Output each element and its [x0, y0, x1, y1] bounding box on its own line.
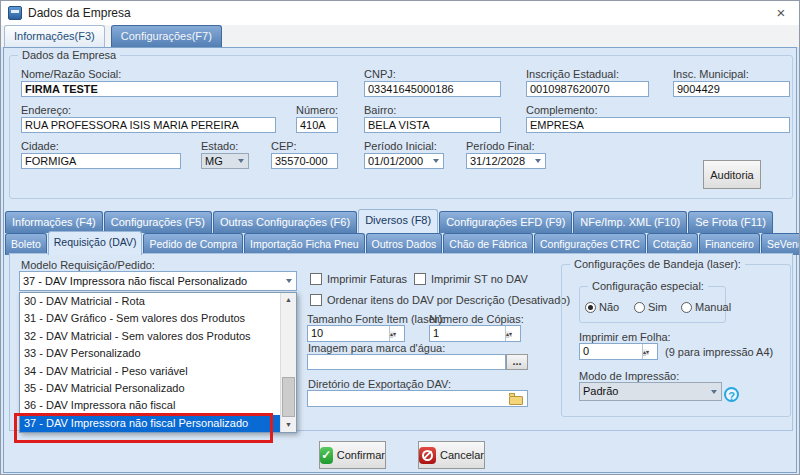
- numero-copias-stepper[interactable]: 1 ▴▾: [429, 325, 521, 342]
- help-icon[interactable]: ?: [724, 387, 739, 402]
- tab-sevendas[interactable]: SeVendas: [761, 233, 800, 255]
- inscricao-municipal-input[interactable]: 9004429: [673, 81, 790, 97]
- periodo-inicial-select[interactable]: 01/01/2000: [364, 153, 444, 169]
- scrollbar-down-icon[interactable]: ▼: [281, 418, 296, 432]
- bairro-input[interactable]: BELA VISTA: [364, 117, 501, 133]
- window-title: Dados da Empresa: [28, 6, 131, 20]
- nome-razao-social-input[interactable]: FIRMA TESTE: [21, 81, 338, 97]
- tab-configuracoes-efd-f9[interactable]: Configurações EFD (F9): [439, 211, 572, 233]
- tab-configuracoes-ctrc[interactable]: Configurações CTRC: [534, 233, 646, 255]
- dropdown-option-33[interactable]: 33 - DAV Personalizado: [20, 345, 281, 362]
- imprimir-faturas-checkbox[interactable]: [310, 273, 322, 285]
- endereco-input[interactable]: RUA PROFESSORA ISIS MARIA PEREIRA: [21, 117, 276, 133]
- numero-input[interactable]: 410A: [296, 117, 338, 133]
- estado-select[interactable]: MG: [201, 153, 249, 169]
- mid-tab-strip: Informações (F4)Configurações (F5)Outras…: [5, 209, 774, 233]
- periodo-inicial-value: 01/01/2000: [368, 155, 423, 167]
- tab-se-frota-f11[interactable]: Se Frota (F11): [688, 211, 773, 233]
- ordenar-itens-checkbox[interactable]: [310, 294, 322, 306]
- tamanho-fonte-label: Tamanho Fonte Item (laser):: [307, 313, 445, 325]
- tamanho-fonte-value: 10: [311, 327, 323, 340]
- app-icon: [8, 6, 22, 20]
- imprimir-folha-stepper[interactable]: 0 ▴▾: [579, 343, 658, 360]
- chevron-down-icon: [535, 159, 541, 163]
- modo-impressao-value: Padrão: [583, 385, 618, 397]
- tab-requisicao-dav[interactable]: Requisição (DAV): [48, 231, 143, 255]
- tab-outras-configuracoes-f6[interactable]: Outras Configurações (F6): [213, 211, 357, 233]
- imagem-marca-input[interactable]: [307, 354, 506, 370]
- tab-informacoes-f3[interactable]: Informações(F3): [4, 25, 105, 47]
- tab-importacao-ficha-pneu[interactable]: Importação Ficha Pneu: [244, 233, 365, 255]
- radio-sim[interactable]: [634, 302, 645, 313]
- ordenar-itens-label: Ordenar itens do DAV por Descrição (Desa…: [327, 294, 570, 306]
- spin-down-icon[interactable]: ▾: [509, 331, 512, 337]
- dropdown-option-36[interactable]: 36 - DAV Impressora não fiscal: [20, 397, 281, 414]
- dropdown-option-35[interactable]: 35 - DAV Matricial Personalizado: [20, 380, 281, 397]
- radio-manual[interactable]: [681, 302, 692, 313]
- endereco-label: Endereço:: [21, 104, 71, 116]
- scrollbar-thumb[interactable]: [282, 377, 295, 417]
- spin-down-icon[interactable]: ▾: [393, 331, 396, 337]
- tab-boleto[interactable]: Boleto: [5, 233, 47, 255]
- dropdown-option-34[interactable]: 34 - DAV Matricial - Peso variável: [20, 363, 281, 380]
- tab-configuracoes-f7[interactable]: Configurações(F7): [111, 25, 222, 47]
- tab-nfe-imp-xml-f10[interactable]: NFe/Imp. XML (F10): [573, 211, 687, 233]
- tab-outros-dados[interactable]: Outros Dados: [366, 233, 443, 255]
- dropdown-option-32[interactable]: 32 - DAV Matricial - Sem valores dos Pro…: [20, 328, 281, 345]
- complemento-input[interactable]: EMPRESA: [526, 117, 790, 133]
- tab-diversos-f8[interactable]: Diversos (F8): [358, 209, 438, 233]
- modelo-dropdown-list: 30 - DAV Matricial - Rota 31 - DAV Gráfi…: [19, 292, 297, 433]
- scrollbar-up-icon[interactable]: ▲: [281, 293, 296, 307]
- cidade-label: Cidade:: [21, 140, 59, 152]
- cancelar-button[interactable]: Cancelar: [418, 441, 485, 469]
- modelo-select[interactable]: 37 - DAV Impressora não fiscal Personali…: [19, 271, 297, 291]
- dropdown-scrollbar[interactable]: ▲ ▼: [280, 293, 296, 432]
- tab-cotacao[interactable]: Cotação: [647, 233, 698, 255]
- radio-nao[interactable]: [585, 302, 596, 313]
- folder-browse-icon[interactable]: [509, 392, 525, 405]
- sub-tab-strip: BoletoRequisição (DAV)Pedido de CompraIm…: [5, 231, 800, 255]
- tab-pedido-de-compra[interactable]: Pedido de Compra: [143, 233, 243, 255]
- modo-impressao-label: Modo de Impressão:: [579, 370, 679, 382]
- complemento-label: Complemento:: [526, 104, 598, 116]
- periodo-inicial-label: Período Inicial:: [364, 140, 437, 152]
- dropdown-option-30[interactable]: 30 - DAV Matricial - Rota: [20, 293, 281, 310]
- periodo-final-select[interactable]: 31/12/2028: [466, 153, 546, 169]
- periodo-final-label: Período Final:: [466, 140, 534, 152]
- diretorio-exportacao-input[interactable]: [307, 390, 528, 407]
- estado-value: MG: [205, 155, 223, 167]
- bairro-label: Bairro:: [364, 104, 396, 116]
- tab-financeiro[interactable]: Financeiro: [699, 233, 760, 255]
- imagem-marca-label: Imagem para marca d'água:: [308, 342, 445, 354]
- modo-impressao-select[interactable]: Padrão: [579, 382, 722, 401]
- nome-label: Nome/Razão Social:: [21, 68, 121, 80]
- cidade-input[interactable]: FORMIGA: [21, 153, 181, 169]
- estado-label: Estado:: [201, 140, 238, 152]
- dropdown-option-37-selected[interactable]: 37 - DAV Impressora não fiscal Personali…: [20, 415, 281, 432]
- inscricao-estadual-label: Inscrição Estadual:: [526, 68, 619, 80]
- cancel-icon: [419, 447, 436, 464]
- cnpj-input[interactable]: 03341645000186: [364, 81, 501, 97]
- title-bar: Dados da Empresa ×: [1, 1, 799, 26]
- imprimir-st-checkbox[interactable]: [414, 273, 426, 285]
- confirmar-button[interactable]: ✓ Confirmar: [319, 441, 386, 469]
- auditoria-button[interactable]: Auditoria: [703, 160, 761, 189]
- radio-nao-label: Não: [599, 301, 619, 313]
- dropdown-option-31[interactable]: 31 - DAV Gráfico - Sem valores dos Produ…: [20, 310, 281, 327]
- tab-configuracoes-f5[interactable]: Configurações (F5): [104, 211, 212, 233]
- cep-input[interactable]: 35570-000: [271, 153, 338, 169]
- tamanho-fonte-stepper[interactable]: 10 ▴▾: [307, 325, 405, 342]
- spin-down-icon[interactable]: ▾: [646, 349, 649, 355]
- inscricao-municipal-label: Insc. Municipal:: [673, 68, 749, 80]
- close-icon[interactable]: ×: [771, 3, 791, 23]
- tab-chao-de-fabrica[interactable]: Chão de Fábrica: [443, 233, 533, 255]
- inscricao-estadual-input[interactable]: 0010987620070: [526, 81, 649, 97]
- cep-label: CEP:: [271, 140, 297, 152]
- imagem-browse-button[interactable]: ...: [506, 354, 528, 370]
- numero-label: Número:: [296, 104, 338, 116]
- tab-informacoes-f4[interactable]: Informações (F4): [5, 211, 103, 233]
- confirmar-button-label: Confirmar: [337, 449, 385, 461]
- radio-sim-label: Sim: [648, 301, 667, 313]
- modelo-label: Modelo Requisição/Pedido:: [21, 259, 155, 271]
- chevron-down-icon: [286, 279, 292, 283]
